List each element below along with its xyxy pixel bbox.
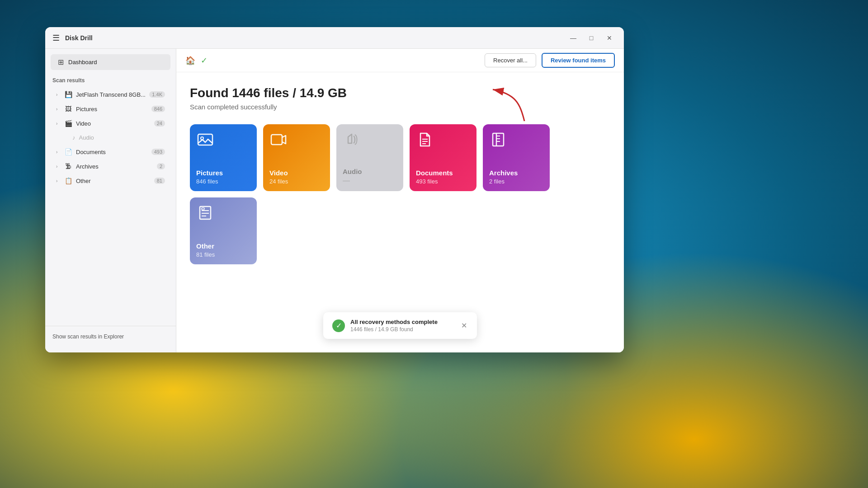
check-icon: ✓ bbox=[201, 56, 208, 66]
close-button[interactable]: ✕ bbox=[602, 31, 617, 45]
pictures-card-icon bbox=[197, 131, 213, 151]
video-card-name: Video bbox=[269, 169, 288, 177]
archives-card-count: 2 files bbox=[489, 178, 505, 185]
category-card-other[interactable]: Other 81 files bbox=[190, 197, 257, 264]
other-count: 81 bbox=[154, 178, 165, 184]
toast-close-button[interactable]: ✕ bbox=[460, 320, 468, 331]
dashboard-label: Dashboard bbox=[68, 59, 97, 66]
toast-text-area: All recovery methods complete 1446 files… bbox=[350, 319, 455, 333]
sidebar-item-other[interactable]: › 📋 Other 81 bbox=[49, 174, 172, 188]
audio-card-name: Audio bbox=[343, 168, 362, 176]
review-found-items-button[interactable]: Review found items bbox=[542, 53, 615, 68]
jetflash-count: 1.4K bbox=[149, 91, 165, 98]
other-icon: 📋 bbox=[64, 177, 72, 184]
app-title: Disk Drill bbox=[65, 34, 93, 42]
drive-icon: 💾 bbox=[64, 91, 72, 98]
content-header: 🏠 ✓ Recover all... Review found items bbox=[176, 49, 624, 72]
home-icon[interactable]: 🏠 bbox=[185, 56, 195, 66]
minimize-button[interactable]: — bbox=[566, 31, 580, 45]
titlebar: ☰ Disk Drill — □ ✕ bbox=[45, 27, 624, 49]
archives-count: 2 bbox=[157, 163, 165, 169]
jetflash-label: JetFlash Transcend 8GB... bbox=[76, 91, 149, 98]
documents-card-icon bbox=[417, 131, 433, 151]
toast-check-icon: ✓ bbox=[332, 319, 345, 332]
category-grid: Pictures 846 files Video 24 files bbox=[190, 124, 610, 264]
documents-card-name: Documents bbox=[416, 169, 453, 177]
category-card-video[interactable]: Video 24 files bbox=[263, 124, 330, 191]
sidebar-item-pictures[interactable]: › 🖼 Pictures 846 bbox=[49, 102, 172, 116]
category-card-audio[interactable]: Audio — bbox=[336, 124, 403, 191]
documents-icon: 📄 bbox=[64, 148, 72, 155]
content-area: 🏠 ✓ Recover all... Review found items Fo… bbox=[176, 49, 624, 352]
svg-rect-7 bbox=[493, 133, 504, 146]
toast-title: All recovery methods complete bbox=[350, 319, 455, 325]
svg-point-2 bbox=[201, 137, 203, 140]
other-card-count: 81 files bbox=[196, 251, 215, 258]
pictures-count: 846 bbox=[151, 106, 165, 112]
svg-rect-16 bbox=[202, 208, 204, 210]
window-controls: — □ ✕ bbox=[566, 31, 617, 45]
toast-notification: ✓ All recovery methods complete 1446 fil… bbox=[323, 312, 477, 339]
sidebar: ⊞ Dashboard Scan results › 💾 JetFlash Tr… bbox=[45, 49, 176, 352]
audio-icon: ♪ bbox=[72, 134, 75, 141]
found-title: Found 1446 files / 14.9 GB bbox=[190, 86, 610, 100]
toast-subtitle: 1446 files / 14.9 GB found bbox=[350, 326, 455, 333]
content-body: Found 1446 files / 14.9 GB Scan complete… bbox=[176, 72, 624, 352]
audio-card-dash: — bbox=[343, 177, 350, 185]
video-icon: 🎬 bbox=[64, 120, 72, 127]
other-card-icon bbox=[197, 205, 213, 225]
video-card-icon bbox=[270, 131, 287, 151]
documents-label: Documents bbox=[76, 149, 151, 155]
show-in-explorer-button[interactable]: Show scan results in Explorer bbox=[52, 332, 124, 342]
svg-rect-1 bbox=[198, 134, 212, 145]
chevron-icon: › bbox=[56, 178, 61, 183]
chevron-icon: › bbox=[56, 164, 61, 169]
pictures-card-name: Pictures bbox=[196, 169, 223, 177]
main-layout: ⊞ Dashboard Scan results › 💾 JetFlash Tr… bbox=[45, 49, 624, 352]
main-window: ☰ Disk Drill — □ ✕ ⊞ Dashboard Scan resu… bbox=[45, 27, 624, 352]
archives-card-icon bbox=[490, 131, 506, 151]
audio-card-icon bbox=[344, 131, 360, 151]
sidebar-bottom: Show scan results in Explorer bbox=[45, 326, 176, 347]
pictures-icon: 🖼 bbox=[64, 105, 72, 113]
archives-label: Archives bbox=[76, 163, 157, 170]
sidebar-item-dashboard[interactable]: ⊞ Dashboard bbox=[51, 54, 170, 70]
chevron-icon: › bbox=[56, 121, 61, 126]
scan-results-label: Scan results bbox=[45, 75, 176, 87]
category-card-documents[interactable]: Documents 493 files bbox=[410, 124, 476, 191]
archives-icon: 🗜 bbox=[64, 163, 72, 170]
other-label: Other bbox=[76, 178, 154, 184]
video-card-count: 24 files bbox=[269, 178, 288, 185]
sidebar-item-video[interactable]: › 🎬 Video 24 bbox=[49, 117, 172, 130]
video-label: Video bbox=[76, 120, 154, 127]
found-subtitle: Scan completed successfully bbox=[190, 103, 610, 111]
category-card-archives[interactable]: Archives 2 files bbox=[483, 124, 550, 191]
documents-card-count: 493 files bbox=[416, 178, 438, 185]
sidebar-item-documents[interactable]: › 📄 Documents 493 bbox=[49, 145, 172, 159]
chevron-icon: › bbox=[56, 92, 61, 97]
svg-rect-3 bbox=[271, 135, 282, 145]
documents-count: 493 bbox=[151, 149, 165, 155]
chevron-icon: › bbox=[56, 150, 61, 155]
chevron-icon: › bbox=[56, 107, 61, 112]
menu-icon[interactable]: ☰ bbox=[52, 33, 60, 43]
other-card-name: Other bbox=[196, 242, 214, 250]
sidebar-item-jetflash[interactable]: › 💾 JetFlash Transcend 8GB... 1.4K bbox=[49, 88, 172, 101]
video-count: 24 bbox=[154, 120, 165, 127]
dashboard-icon: ⊞ bbox=[58, 58, 64, 66]
audio-label: Audio bbox=[79, 134, 94, 141]
maximize-button[interactable]: □ bbox=[584, 31, 599, 45]
category-card-pictures[interactable]: Pictures 846 files bbox=[190, 124, 257, 191]
recover-all-button[interactable]: Recover all... bbox=[485, 53, 536, 67]
pictures-card-count: 846 files bbox=[196, 178, 218, 185]
pictures-label: Pictures bbox=[76, 106, 151, 113]
sidebar-item-audio[interactable]: ♪ Audio bbox=[49, 131, 172, 144]
sidebar-item-archives[interactable]: › 🗜 Archives 2 bbox=[49, 160, 172, 173]
archives-card-name: Archives bbox=[489, 169, 518, 177]
